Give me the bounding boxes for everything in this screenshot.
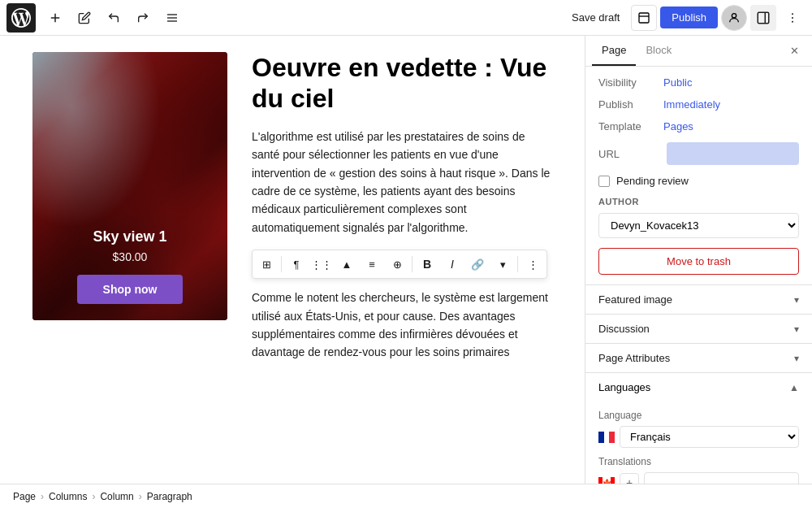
svg-point-12 (792, 20, 793, 22)
product-title: Sky view 1 (49, 228, 211, 245)
language-label: Language (598, 410, 799, 421)
save-draft-button[interactable]: Save draft (564, 7, 628, 28)
article-body-2[interactable]: Comme le notent les chercheurs, le systè… (252, 289, 552, 362)
redo-button[interactable] (130, 5, 156, 31)
publish-value[interactable]: Immediately (663, 98, 720, 111)
user-avatar[interactable] (721, 5, 747, 31)
product-price: $30.00 (49, 250, 211, 263)
wp-logo-icon (11, 8, 31, 28)
discussion-accordion[interactable]: Discussion ▾ (585, 314, 812, 343)
content-columns: Sky view 1 $30.00 Shop now Oeuvre en ved… (32, 52, 552, 375)
language-select[interactable]: Français (620, 426, 799, 448)
italic-button[interactable]: I (440, 252, 464, 276)
breadcrumb-item-columns[interactable]: Columns (49, 491, 87, 502)
pending-review-checkbox[interactable] (598, 176, 610, 187)
list-view-button[interactable] (159, 5, 185, 31)
visibility-value[interactable]: Public (663, 76, 692, 89)
preview-button[interactable] (631, 5, 657, 31)
breadcrumb-item-paragraph[interactable]: Paragraph (147, 491, 192, 502)
toolbar-sep-2 (412, 256, 412, 272)
languages-chevron-icon: ▲ (789, 382, 799, 393)
add-block-button[interactable] (42, 5, 68, 31)
svg-rect-5 (639, 13, 649, 23)
article-title: Oeuvre en vedette : Vue du ciel (252, 52, 552, 115)
more-rich-text-button[interactable]: ▾ (490, 252, 515, 276)
languages-body: Language Français Translations 🍁 + (585, 402, 812, 484)
page-attributes-label: Page Attributes (598, 352, 670, 364)
featured-image-label: Featured image (598, 293, 672, 306)
languages-header-label: Languages (598, 381, 650, 393)
transform-button[interactable]: ⊕ (385, 252, 409, 276)
toolbar-sep-1 (281, 256, 282, 272)
svg-point-7 (732, 13, 736, 17)
publish-label: Publish (598, 98, 663, 111)
svg-rect-18 (611, 477, 615, 484)
publish-button[interactable]: Publish (660, 7, 718, 28)
languages-header[interactable]: Languages ▲ (585, 373, 812, 402)
move-up-button[interactable]: ▲ (335, 252, 359, 276)
featured-image-chevron: ▾ (794, 294, 799, 306)
article-content: Oeuvre en vedette : Vue du ciel L'algori… (252, 52, 552, 375)
pending-review-label: Pending review (616, 175, 689, 187)
discussion-chevron: ▾ (794, 323, 799, 335)
template-label: Template (598, 120, 663, 132)
template-value[interactable]: Pages (663, 120, 693, 132)
breadcrumb-item-page[interactable]: Page (13, 491, 36, 502)
languages-section: Languages ▲ Language Français Translatio… (585, 372, 812, 484)
url-box[interactable] (667, 142, 799, 165)
publish-row: Publish Immediately (598, 98, 799, 111)
discussion-label: Discussion (598, 323, 650, 335)
main-toolbar: Save draft Publish (0, 0, 812, 36)
featured-image-accordion[interactable]: Featured image ▾ (585, 284, 812, 314)
svg-rect-13 (598, 432, 604, 443)
wp-logo[interactable] (6, 3, 36, 33)
url-row: URL (598, 142, 799, 165)
undo-button[interactable] (101, 5, 127, 31)
url-label: URL (598, 148, 663, 160)
add-translation-button[interactable]: + (620, 473, 639, 484)
bold-button[interactable]: B (415, 252, 439, 276)
paragraph-button[interactable]: ¶ (284, 252, 309, 276)
tab-page[interactable]: Page (592, 36, 636, 66)
sidebar-toggle-button[interactable] (750, 5, 776, 31)
block-type-button[interactable]: ⊞ (254, 252, 279, 276)
breadcrumb-sep-3: › (139, 491, 142, 502)
panel-close-button[interactable]: ✕ (783, 40, 806, 63)
product-card-background: Sky view 1 $30.00 Shop now (32, 52, 227, 320)
breadcrumb-sep-1: › (41, 491, 44, 502)
translation-row-1: 🍁 + (598, 472, 799, 484)
svg-text:🍁: 🍁 (603, 478, 612, 484)
panel-tabs: Page Block ✕ (585, 36, 812, 67)
product-overlay: Sky view 1 $30.00 Shop now (32, 212, 227, 320)
author-select[interactable]: Devyn_Kovacek13 (598, 213, 799, 238)
translation-input-1[interactable] (644, 472, 799, 484)
page-attributes-accordion[interactable]: Page Attributes ▾ (585, 343, 812, 372)
breadcrumb-item-column[interactable]: Column (100, 491, 133, 502)
visibility-row: Visibility Public (598, 76, 799, 89)
breadcrumb-sep-2: › (92, 491, 95, 502)
align-button[interactable]: ≡ (360, 252, 384, 276)
article-body-1[interactable]: L'algorithme est utilisé par les prestat… (252, 128, 552, 237)
block-more-button[interactable]: ⋮ (520, 252, 545, 276)
flag-france-icon (598, 432, 615, 443)
template-row: Template Pages (598, 120, 799, 132)
move-to-trash-button[interactable]: Move to trash (598, 248, 799, 275)
main-area: Sky view 1 $30.00 Shop now Oeuvre en ved… (0, 36, 812, 484)
more-options-button[interactable] (780, 5, 806, 31)
tab-block[interactable]: Block (636, 36, 681, 66)
page-attributes-chevron: ▾ (794, 353, 799, 364)
svg-rect-8 (758, 12, 769, 24)
breadcrumb: Page › Columns › Column › Paragraph (0, 484, 812, 508)
visibility-label: Visibility (598, 76, 663, 89)
link-button[interactable]: 🔗 (465, 252, 490, 276)
pending-review-row: Pending review (598, 175, 799, 187)
pencil-tool-button[interactable] (71, 5, 97, 31)
shop-now-button[interactable]: Shop now (77, 275, 184, 304)
drag-handle-button[interactable]: ⋮⋮ (309, 252, 334, 276)
editor-area: Sky view 1 $30.00 Shop now Oeuvre en ved… (0, 36, 585, 484)
right-panel: Page Block ✕ Visibility Public Publish I… (585, 36, 812, 484)
block-toolbar: ⊞ ¶ ⋮⋮ ▲ ≡ ⊕ B I 🔗 ▾ ⋮ (252, 250, 547, 279)
toolbar-sep-3 (517, 256, 518, 272)
translations-label: Translations (598, 456, 799, 467)
panel-body: Visibility Public Publish Immediately Te… (585, 67, 812, 284)
